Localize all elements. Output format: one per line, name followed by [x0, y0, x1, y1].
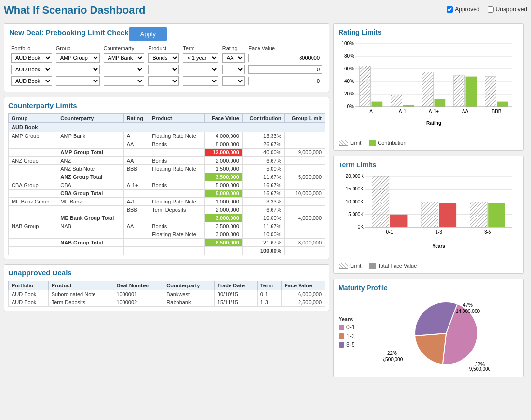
table-row: ANZ Sub NoteBBBFloating Rate Note1,500,0… [9, 165, 325, 173]
limits-cell-5-2 [123, 173, 149, 181]
counterparty-limits-title: Counterparty Limits [8, 101, 325, 109]
group-select-2[interactable] [56, 76, 100, 86]
limits-cell-11-2: AA [123, 222, 149, 230]
limits-cell-3-3: Bonds [149, 157, 205, 165]
term-select-2[interactable] [183, 76, 218, 86]
unapproved-cell-0-5: 0-1 [257, 290, 281, 298]
unapproved-checkbox[interactable] [488, 6, 494, 13]
grand-total-cell [149, 247, 205, 255]
limits-cell-2-2 [123, 149, 149, 157]
limits-cell-0-6 [285, 132, 325, 140]
counterparty-select-2[interactable] [104, 76, 145, 86]
product-select-0[interactable]: Bonds [148, 53, 179, 63]
portfolio-select-2[interactable]: AUD Book [11, 76, 52, 86]
group-select-0[interactable]: AMP Group [56, 53, 100, 63]
svg-rect-44 [421, 202, 438, 228]
svg-text:100%: 100% [341, 41, 354, 46]
face-value-input-0[interactable] [248, 54, 322, 62]
maturity-pie-chart: 47%14,000,00022%6,500,00032%9,500,000 [383, 295, 490, 372]
pie-legend-label-2: 3-5 [346, 341, 354, 348]
limits-cell-12-2 [123, 230, 149, 239]
limits-contrib-13: 21.67% [242, 239, 285, 247]
portfolio-select-1[interactable]: AUD Book [11, 65, 52, 74]
limits-cell-10-1: ME Bank Group Total [57, 214, 124, 222]
svg-rect-42 [390, 215, 408, 227]
limits-cell-11-4: 3,500,000 [205, 222, 243, 230]
term-select-1[interactable] [183, 65, 218, 74]
limits-cell-6-3: Bonds [149, 181, 205, 190]
svg-rect-16 [391, 95, 402, 107]
limits-cell-7-0 [9, 190, 57, 198]
face-value-input-1[interactable] [248, 65, 322, 74]
approved-label: Approved [455, 6, 479, 13]
limits-cell-13-2 [123, 239, 149, 247]
limits-cell-3-5: 6.67% [242, 157, 285, 165]
limits-cell-9-6 [285, 206, 325, 214]
limits-contrib-7: 16.67% [242, 190, 285, 198]
rating-select-1[interactable] [222, 65, 245, 74]
col-rating: Rating [123, 114, 149, 123]
rating-select-2[interactable] [222, 76, 245, 86]
unapproved-deals-title: Unapproved Deals [8, 269, 325, 277]
list-item: AUD BookTerm Deposits1000002Rabobank15/1… [9, 298, 325, 307]
svg-rect-48 [488, 203, 505, 227]
portfolio-select-0[interactable]: AUD Book [11, 53, 52, 63]
limits-cell-2-3 [149, 149, 205, 157]
unapproved-cell-1-5: 1-3 [257, 298, 281, 307]
unapproved-cell-1-3: Rabobank [163, 298, 215, 307]
grand-total-cell [285, 247, 325, 255]
svg-text:0-1: 0-1 [386, 230, 394, 235]
term-select-0[interactable]: < 1 year [183, 53, 218, 63]
limits-cell-12-3: Floating Rate Note [149, 230, 205, 239]
svg-rect-25 [485, 77, 496, 107]
limits-cell-4-5: 5.00% [242, 165, 285, 173]
svg-text:10,000K: 10,000K [346, 199, 364, 204]
svg-rect-45 [439, 203, 457, 227]
svg-text:A: A [369, 109, 373, 114]
limits-cell-9-5: 6.67% [242, 206, 285, 214]
apply-button[interactable]: Apply [129, 27, 168, 41]
pie-legend-label-0: 0-1 [346, 324, 354, 331]
product-select-1[interactable] [148, 65, 179, 74]
svg-text:0K: 0K [358, 224, 364, 230]
limits-cell-0-5: 13.33% [242, 132, 285, 140]
col-contribution: Contribution [242, 114, 285, 123]
svg-text:Rating: Rating [426, 121, 441, 126]
face-value-header: Face Value [246, 44, 324, 52]
limits-cell-4-2: BBB [123, 165, 149, 173]
pie-slice-1 [415, 333, 446, 365]
limits-cell-0-0: AMP Group [9, 132, 57, 140]
counterparty-select-0[interactable]: AMP Bank [104, 53, 145, 63]
unapproved-cell-1-4: 15/11/15 [214, 298, 257, 307]
pie-legend-item-1: 1-3 [339, 333, 354, 339]
limits-cell-5-3 [149, 173, 205, 181]
limits-cell-9-4: 2,000,000 [205, 206, 243, 214]
group-select-1[interactable] [56, 65, 100, 74]
counterparty-header: Counterparty [102, 44, 147, 52]
table-row: CBA GroupCBAA-1+Bonds5,000,00016.67% [9, 181, 325, 190]
rating-select-0[interactable]: AA [222, 53, 245, 63]
unapproved-cell-1-2: 1000002 [113, 298, 163, 307]
limits-fv-5: 3,500,000 [205, 173, 243, 181]
limits-gl-5: 5,000,000 [285, 173, 325, 181]
limits-cell-4-4: 1,500,000 [205, 165, 243, 173]
maturity-profile-title: Maturity Profile [339, 284, 518, 292]
svg-text:A-1+: A-1+ [429, 109, 439, 114]
svg-text:20,000K: 20,000K [346, 174, 364, 179]
unapproved-checkbox-label[interactable]: Unapproved [488, 6, 527, 13]
table-row: BBBTerm Deposits2,000,0006.67% [9, 206, 325, 214]
unapproved-col-0: Portfolio [9, 281, 49, 290]
limits-cell-10-0 [9, 214, 57, 222]
limits-gl-2: 9,000,000 [285, 149, 325, 157]
approved-checkbox[interactable] [447, 6, 453, 13]
table-row: ME Bank GroupME BankA-1Floating Rate Not… [9, 198, 325, 206]
approved-checkbox-label[interactable]: Approved [447, 6, 479, 13]
table-row: AMP GroupAMP BankAFloating Rate Note4,00… [9, 132, 325, 140]
rating-contribution-legend: Contribution [369, 140, 406, 146]
product-select-2[interactable] [148, 76, 179, 86]
face-value-input-2[interactable] [248, 77, 322, 85]
limits-gl-7: 10,000,000 [285, 190, 325, 198]
counterparty-select-1[interactable] [104, 65, 145, 74]
limits-cell-8-3: Floating Rate Note [149, 198, 205, 206]
unapproved-col-3: Counterparty [163, 281, 215, 290]
